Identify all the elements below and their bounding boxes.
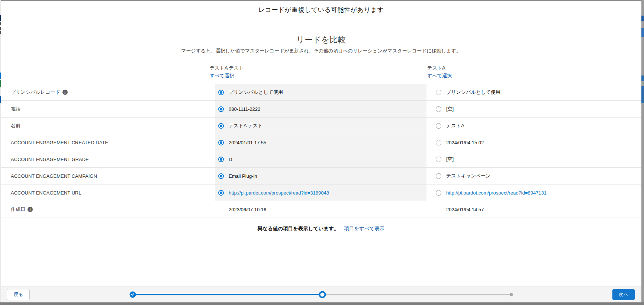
field-label-cell: ACCOUNT ENGAGEMENT CAMPAIGN <box>1 168 209 184</box>
field-label: 作成日 <box>11 206 25 213</box>
value-option[interactable]: Email Plug-in <box>215 168 426 184</box>
master-value-cell: http://pi.pardot.com/prospect/read?id=31… <box>209 184 426 201</box>
select-all-link-right[interactable]: すべて選択 <box>427 73 452 79</box>
field-label: 名前 <box>11 122 20 129</box>
field-value: 2024/01/04 14:57 <box>446 207 484 212</box>
value-option[interactable]: 2024/01/01 17:55 <box>215 134 426 151</box>
modal-footer: 戻る 次へ <box>1 286 641 302</box>
duplicate-value-cell: 2024/01/04 14:57 <box>426 201 641 218</box>
duplicate-value-cell: テストキャンペーン <box>426 168 641 184</box>
value-option[interactable]: http://pi.pardot.com/prospect/read?id=31… <box>215 184 426 201</box>
field-value: テストA <box>446 122 464 129</box>
radio-unselected[interactable] <box>436 90 441 95</box>
duplicate-value-cell: [空] <box>426 151 641 167</box>
record-name: テストA テスト <box>210 65 426 71</box>
value-option[interactable]: [空] <box>432 151 641 167</box>
master-value-cell: テストA テスト <box>209 118 426 134</box>
field-value: 2024/01/04 15:02 <box>446 140 484 145</box>
value-option[interactable]: テストA テスト <box>215 118 426 134</box>
master-value-cell: D <box>209 151 426 167</box>
radio-selected[interactable] <box>218 157 224 162</box>
duplicate-value-cell: 2024/01/04 15:02 <box>426 134 641 151</box>
field-label-cell: プリンシパルレコードi <box>1 84 209 100</box>
field-label: 電話 <box>11 106 20 112</box>
record-name: テストA <box>427 65 641 71</box>
value-option[interactable]: 2024/01/04 15:02 <box>432 134 641 151</box>
value-option: 2023/06/07 10:16 <box>215 201 426 218</box>
table-row: 電話080-1111-2222[空] <box>1 101 641 118</box>
value-option[interactable]: プリンシパルとして使用 <box>215 84 426 100</box>
master-value-cell: プリンシパルとして使用 <box>209 84 426 100</box>
value-option[interactable]: http://pi.pardot.com/prospect/read?id=89… <box>432 184 641 201</box>
master-value-cell: 2023/06/07 10:16 <box>209 201 426 218</box>
radio-selected[interactable] <box>218 173 224 179</box>
value-option[interactable]: D <box>215 151 426 167</box>
show-all-fields-link[interactable]: 項目をすべて表示 <box>344 226 384 231</box>
field-value-link[interactable]: http://pi.pardot.com/prospect/read?id=89… <box>446 190 547 196</box>
field-label: ACCOUNT ENGAGEMENT GRADE <box>11 157 89 162</box>
back-button[interactable]: 戻る <box>7 289 30 300</box>
field-label-cell: 名前 <box>1 118 209 134</box>
duplicate-merge-modal: レコードが重複している可能性があります リードを比較 マージすると、選択した値で… <box>1 1 641 302</box>
radio-selected[interactable] <box>218 106 224 112</box>
field-value: プリンシパルとして使用 <box>446 89 500 96</box>
value-option[interactable]: テストキャンペーン <box>432 168 641 184</box>
value-option[interactable]: [空] <box>432 101 641 117</box>
screen: レコードが重複している可能性があります リードを比較 マージすると、選択した値で… <box>0 0 644 305</box>
table-row: ACCOUNT ENGAGEMENT URLhttp://pi.pardot.c… <box>1 184 641 201</box>
radio-selected[interactable] <box>218 140 224 145</box>
step-upcoming-icon <box>510 293 513 296</box>
record-column-master: テストA テスト すべて選択 <box>209 65 426 79</box>
select-all-link-left[interactable]: すべて選択 <box>210 73 234 79</box>
radio-selected[interactable] <box>218 190 224 196</box>
field-value: 080-1111-2222 <box>229 106 260 112</box>
modal-body: リードを比較 マージすると、選択した値でマスターレコードが更新され、その他の項目… <box>1 19 641 286</box>
duplicate-value-cell: テストA <box>426 118 641 134</box>
step-current-icon <box>319 291 326 298</box>
master-value-cell: 080-1111-2222 <box>209 101 426 117</box>
table-row: ACCOUNT ENGAGEMENT CREATED DATE2024/01/0… <box>1 134 641 151</box>
info-icon[interactable]: i <box>28 207 33 212</box>
info-icon[interactable]: i <box>62 90 68 95</box>
progress-line-done <box>133 294 322 295</box>
field-label: ACCOUNT ENGAGEMENT URL <box>11 190 81 196</box>
value-option[interactable]: プリンシパルとして使用 <box>432 84 641 100</box>
field-label-cell: ACCOUNT ENGAGEMENT URL <box>1 184 209 201</box>
compare-subheading: マージすると、選択した値でマスターレコードが更新され、その他の項目へのリレーショ… <box>1 48 641 54</box>
value-option: 2024/01/04 14:57 <box>432 201 641 218</box>
radio-selected[interactable] <box>218 90 224 95</box>
field-label-cell: 電話 <box>1 101 209 117</box>
compare-heading: リードを比較 <box>1 34 641 45</box>
radio-unselected[interactable] <box>436 157 441 162</box>
next-button[interactable]: 次へ <box>612 289 635 300</box>
field-label-cell: ACCOUNT ENGAGEMENT GRADE <box>1 151 209 167</box>
field-label-cell: ACCOUNT ENGAGEMENT CREATED DATE <box>1 134 209 151</box>
field-value-link[interactable]: http://pi.pardot.com/prospect/read?id=31… <box>229 190 329 196</box>
window-bottom-edge <box>0 302 644 305</box>
underlying-page-right-sliver <box>641 0 644 302</box>
field-value: Email Plug-in <box>229 173 257 179</box>
table-row: 名前テストA テストテストA <box>1 118 641 134</box>
radio-unselected[interactable] <box>436 173 441 179</box>
radio-unselected[interactable] <box>436 106 441 112</box>
field-label: ACCOUNT ENGAGEMENT CREATED DATE <box>11 140 108 145</box>
table-row: 作成日i2023/06/07 10:162024/01/04 14:57 <box>1 201 641 218</box>
table-row: ACCOUNT ENGAGEMENT GRADED[空] <box>1 151 641 168</box>
field-label: ACCOUNT ENGAGEMENT CAMPAIGN <box>11 173 97 179</box>
value-option[interactable]: テストA <box>432 118 641 134</box>
value-option[interactable]: 080-1111-2222 <box>215 101 426 117</box>
field-label-cell: 作成日i <box>1 201 209 218</box>
radio-unselected[interactable] <box>436 190 441 196</box>
field-value: 2024/01/01 17:55 <box>229 140 266 145</box>
field-value: テストキャンペーン <box>446 173 490 179</box>
radio-selected[interactable] <box>218 123 224 129</box>
step-complete-icon <box>130 291 136 298</box>
duplicate-value-cell: [空] <box>426 101 641 117</box>
master-value-cell: 2024/01/01 17:55 <box>209 134 426 151</box>
field-value: テストA テスト <box>229 122 263 129</box>
diff-note: 異なる値の項目を表示しています。 項目をすべて表示 <box>1 225 641 232</box>
radio-unselected[interactable] <box>436 140 441 145</box>
radio-unselected[interactable] <box>436 123 441 129</box>
modal-header: レコードが重複している可能性があります <box>1 1 641 19</box>
field-value: プリンシパルとして使用 <box>229 89 283 96</box>
